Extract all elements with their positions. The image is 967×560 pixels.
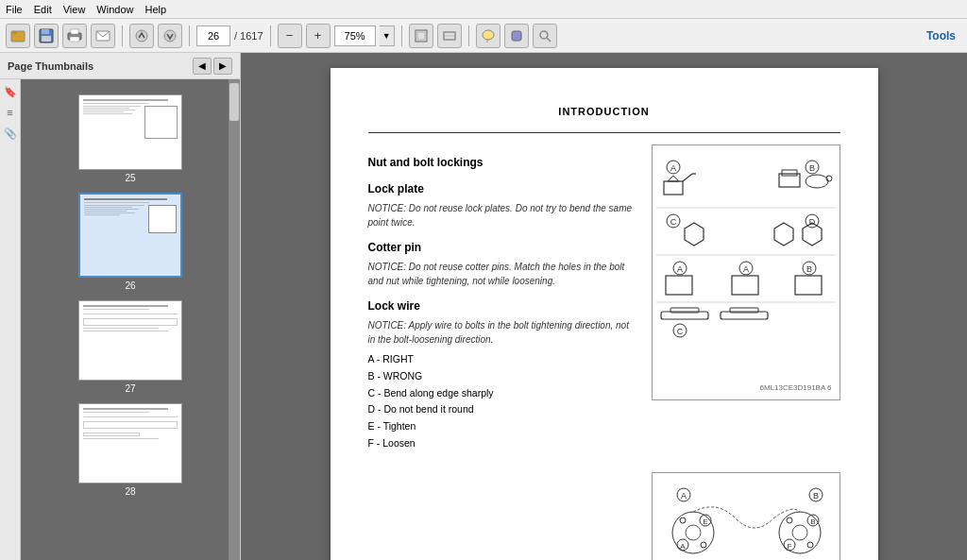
pdf-page: INTRODUCTION Nut and bolt lockings Lock … [331, 68, 878, 560]
svg-marker-25 [668, 176, 679, 181]
svg-line-19 [547, 38, 551, 42]
svg-point-30 [806, 175, 828, 188]
figure-svg-2: A B E A [660, 481, 840, 561]
svg-rect-12 [417, 32, 425, 40]
thumb-label-25: 25 [125, 173, 135, 183]
open-button[interactable] [6, 24, 30, 48]
separator-2 [189, 25, 190, 46]
svg-rect-4 [42, 36, 51, 42]
svg-text:A: A [680, 491, 686, 501]
heading-lock-plate: Lock plate [368, 180, 636, 197]
thumbnail-25[interactable]: 25 [78, 94, 182, 183]
menu-help[interactable]: Help [144, 4, 166, 15]
svg-marker-16 [486, 40, 488, 42]
page-figure: A B [652, 144, 840, 453]
main-layout: Page Thumbnails ◀ ▶ 🔖 ≡ 📎 [0, 53, 967, 560]
svg-text:B: B [810, 518, 815, 526]
svg-point-63 [680, 518, 686, 523]
sidebar-nav-btns: ◀ ▶ [193, 58, 232, 75]
nav-up-button[interactable] [129, 24, 154, 48]
menu-edit[interactable]: Edit [34, 4, 52, 15]
heading-nut-bolt: Nut and bolt lockings [368, 154, 636, 171]
svg-text:F: F [787, 542, 791, 551]
search-button[interactable] [533, 24, 557, 48]
figure-box-2: A B E A [652, 472, 840, 561]
svg-point-71 [787, 518, 792, 523]
sidebar-thumbnails: 25 [21, 79, 240, 560]
thumb-label-26: 26 [125, 280, 135, 291]
list-item-d: D - Do not bend it round [368, 402, 636, 417]
attach-icon-btn[interactable]: 📎 [2, 125, 19, 142]
print-button[interactable] [62, 24, 87, 48]
svg-rect-17 [512, 31, 521, 41]
heading-cotter-pin: Cotter pin [368, 239, 636, 256]
stamp-button[interactable] [504, 24, 529, 48]
zoom-dropdown[interactable]: ▼ [380, 25, 395, 46]
svg-text:B: B [812, 491, 818, 501]
list-item-f: F - Loosen [368, 436, 636, 451]
zoom-in-button[interactable]: + [306, 24, 331, 48]
pdf-area[interactable]: INTRODUCTION Nut and bolt lockings Lock … [241, 53, 967, 560]
svg-text:A: A [742, 264, 748, 274]
notice-lock-wire: NOTICE: Apply wire to bolts in the bolt … [368, 318, 636, 347]
svg-point-18 [540, 31, 548, 39]
fit-page-button[interactable] [409, 24, 433, 48]
sidebar-nav-next[interactable]: ▶ [213, 58, 232, 75]
heading-lock-wire: Lock wire [368, 297, 636, 314]
svg-rect-6 [71, 29, 78, 34]
zoom-out-icon: − [286, 28, 294, 42]
svg-rect-47 [666, 276, 692, 295]
figure-2-container: A B E A [368, 465, 840, 561]
svg-rect-3 [42, 29, 49, 34]
figure-svg-1: A B [656, 153, 836, 380]
svg-text:D: D [808, 217, 815, 227]
sidebar-next-icon: ▶ [219, 60, 227, 71]
svg-line-26 [683, 174, 692, 181]
svg-text:A: A [676, 264, 682, 274]
svg-point-64 [701, 542, 706, 548]
svg-text:B: B [808, 163, 814, 173]
figure-caption-1: 6ML13CE3D191BA 6 [660, 383, 832, 392]
email-button[interactable] [91, 24, 115, 48]
svg-rect-1 [11, 31, 17, 34]
bookmark-icon-btn[interactable]: 🔖 [2, 83, 19, 100]
fit-width-button[interactable] [437, 24, 462, 48]
menu-bar: File Edit View Window Help [0, 0, 967, 19]
svg-rect-7 [70, 37, 79, 42]
thumb-label-27: 27 [125, 383, 135, 394]
thumbnail-container: 25 [25, 87, 236, 504]
svg-text:A: A [680, 542, 686, 551]
menu-file[interactable]: File [6, 4, 23, 15]
sidebar-nav-prev[interactable]: ◀ [193, 58, 212, 75]
nav-down-button[interactable] [158, 24, 182, 48]
comment-button[interactable] [476, 24, 500, 48]
svg-rect-48 [732, 276, 758, 295]
notice-cotter-pin: NOTICE: Do not reuse cotter pins. Match … [368, 260, 636, 288]
tools-button[interactable]: Tools [921, 29, 961, 42]
save-button[interactable] [34, 24, 59, 48]
separator-4 [401, 25, 402, 46]
page-input[interactable] [196, 25, 230, 46]
thumbnail-26[interactable]: 26 [78, 193, 182, 291]
menu-view[interactable]: View [63, 4, 86, 15]
layers-icon-btn[interactable]: ≡ [2, 104, 19, 121]
thumbnail-27[interactable]: 27 [78, 300, 182, 394]
sidebar-prev-icon: ◀ [198, 60, 206, 71]
list-item-b: B - WRONG [368, 369, 636, 384]
sidebar-title: Page Thumbnails [8, 60, 93, 72]
notice-lock-plate: NOTICE: Do not reuse lock plates. Do not… [368, 201, 636, 229]
zoom-out-button[interactable]: − [278, 24, 302, 48]
svg-text:A: A [670, 163, 675, 173]
svg-rect-49 [795, 276, 822, 295]
toolbar: / 1617 − + ▼ Tools [0, 19, 967, 53]
menu-window[interactable]: Window [96, 4, 133, 15]
zoom-input[interactable] [334, 25, 376, 46]
svg-text:C: C [670, 217, 676, 227]
svg-rect-29 [782, 170, 797, 176]
sidebar-header: Page Thumbnails ◀ ▶ [0, 53, 240, 79]
list-item-a: A - RIGHT [368, 352, 636, 367]
separator-1 [122, 25, 123, 46]
thumbnail-28[interactable]: 28 [78, 403, 182, 497]
sidebar: Page Thumbnails ◀ ▶ 🔖 ≡ 📎 [0, 53, 241, 560]
svg-rect-24 [664, 181, 683, 195]
